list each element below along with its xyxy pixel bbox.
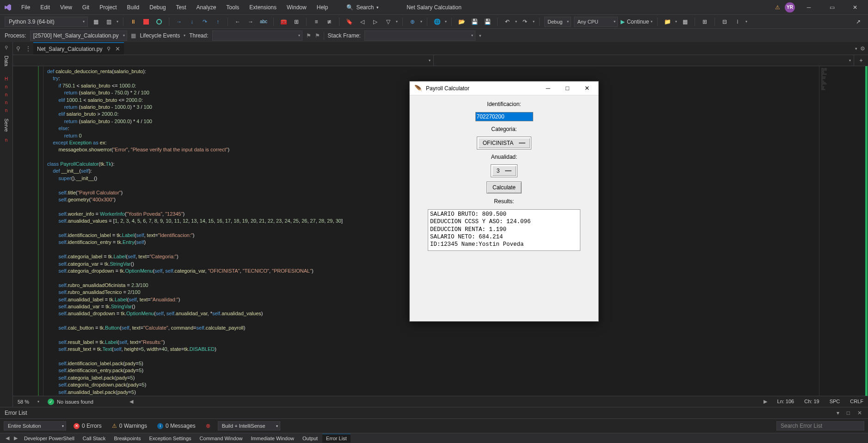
bookmark-next-icon[interactable]: ▷ bbox=[370, 17, 380, 27]
anualidad-dropdown[interactable]: 3 bbox=[491, 165, 517, 177]
line-ending[interactable]: CRLF bbox=[850, 399, 863, 405]
show-next-icon[interactable]: → bbox=[174, 17, 184, 27]
stop-button[interactable] bbox=[141, 17, 151, 27]
indent-mode[interactable]: SPC bbox=[830, 399, 840, 405]
lifecycle-label[interactable]: Lifecycle Events bbox=[140, 32, 180, 39]
warnings-filter[interactable]: ⚠0 Warnings bbox=[109, 422, 150, 430]
maximize-button[interactable]: ▭ bbox=[823, 1, 841, 14]
zoom-level[interactable]: 58 % bbox=[18, 399, 29, 405]
overflow-icon[interactable]: ▾ bbox=[479, 33, 481, 38]
sidebar-tab-server[interactable]: Serve bbox=[3, 116, 10, 135]
filter-icon[interactable]: ⁞ bbox=[733, 17, 743, 27]
sidebar-pin-icon[interactable]: ⚲ bbox=[5, 45, 8, 50]
tab-developer-powershell[interactable]: Developer PowerShell bbox=[20, 434, 78, 443]
sidebar-icon4[interactable]: n bbox=[5, 100, 8, 105]
tab-close-icon[interactable]: ✕ bbox=[115, 45, 120, 52]
platform-combo[interactable]: Any CPU bbox=[574, 17, 618, 27]
sidebar-icon1[interactable]: H bbox=[3, 76, 10, 81]
tab-breakpoints[interactable]: Breakpoints bbox=[110, 434, 144, 443]
sidebar-icon6[interactable]: n bbox=[5, 137, 8, 143]
categoria-dropdown[interactable]: OFICINISTA bbox=[477, 137, 531, 149]
tab-immediate-window[interactable]: Immediate Window bbox=[247, 434, 298, 443]
scope-combo[interactable]: Entire Solution bbox=[4, 421, 66, 431]
minimap[interactable]: ████ ██████ ████████████ ███████████████… bbox=[819, 66, 865, 396]
step-out-icon[interactable]: ↑ bbox=[213, 17, 223, 27]
continue-button[interactable]: ▶ Continue ▾ bbox=[621, 19, 653, 25]
menu-debug[interactable]: Debug bbox=[145, 2, 170, 12]
save-icon[interactable]: 💾 bbox=[469, 17, 480, 27]
menu-edit[interactable]: Edit bbox=[36, 2, 55, 12]
tab-call-stack[interactable]: Call Stack bbox=[79, 434, 110, 443]
stackframe-combo[interactable] bbox=[364, 31, 475, 41]
add-item-icon[interactable]: ⊕ bbox=[407, 17, 418, 27]
menu-view[interactable]: View bbox=[55, 2, 77, 12]
uncomment-icon[interactable]: ≢ bbox=[324, 17, 334, 27]
hscroll-left-icon[interactable]: ◀ bbox=[129, 399, 133, 405]
bottomtab-next-icon[interactable]: ▶ bbox=[12, 435, 19, 441]
minimize-button[interactable]: ─ bbox=[800, 1, 818, 14]
pause-button[interactable]: ⏸ bbox=[128, 17, 138, 27]
align-icon[interactable]: ⊞ bbox=[291, 17, 302, 27]
tab-gear-icon[interactable]: ⚙ bbox=[860, 45, 865, 52]
lifecycle-icon[interactable]: ▦ bbox=[131, 32, 136, 39]
menu-window[interactable]: Window bbox=[282, 2, 311, 12]
errorlist-dropdown-icon[interactable]: ▾ bbox=[835, 410, 841, 416]
editor-tab[interactable]: Net_Salary_Calculation.py ⚲ ✕ bbox=[33, 42, 124, 55]
menu-test[interactable]: Test bbox=[172, 2, 191, 12]
sidebar-tab-data[interactable]: Data bbox=[3, 53, 10, 69]
step-over-icon[interactable]: ↷ bbox=[200, 17, 210, 27]
user-avatar[interactable]: YR bbox=[785, 2, 795, 12]
tab-error-list[interactable]: Error List bbox=[322, 434, 351, 443]
module-icon[interactable]: ▦ bbox=[680, 17, 690, 27]
errorlist-search[interactable]: Search Error List bbox=[776, 421, 864, 431]
open-folder-icon[interactable]: 📂 bbox=[456, 17, 467, 27]
abc-icon[interactable]: abc bbox=[259, 17, 269, 27]
menu-build[interactable]: Build bbox=[123, 2, 144, 12]
menu-help[interactable]: Help bbox=[312, 2, 333, 12]
tab-pin-icon[interactable]: ⚲ bbox=[107, 46, 111, 52]
tab-exception-settings[interactable]: Exception Settings bbox=[145, 434, 195, 443]
errorlist-close-icon[interactable]: ✕ bbox=[856, 410, 863, 416]
close-button[interactable]: ✕ bbox=[846, 1, 864, 14]
sidebar-icon2[interactable]: n bbox=[5, 84, 8, 89]
forward-icon[interactable]: → bbox=[246, 17, 256, 27]
browser-icon[interactable]: 🌐 bbox=[432, 17, 442, 27]
ext-icon[interactable]: ⊞ bbox=[700, 17, 710, 27]
flag2-icon[interactable]: ⚑ bbox=[315, 32, 320, 39]
config-combo[interactable]: Debug bbox=[544, 17, 571, 27]
layout-icon[interactable]: ▥ bbox=[104, 17, 114, 27]
live-share-icon[interactable]: ↗ bbox=[853, 17, 863, 27]
nav-member-combo[interactable] bbox=[434, 55, 855, 66]
menu-project[interactable]: Project bbox=[95, 2, 121, 12]
bookmark-icon[interactable]: 🔖 bbox=[344, 17, 354, 27]
nav-add-icon[interactable]: ＋ bbox=[854, 56, 868, 64]
warning-icon[interactable]: ⚠ bbox=[775, 4, 780, 11]
bookmark-clear-icon[interactable]: ▽ bbox=[383, 17, 393, 27]
restart-button[interactable] bbox=[154, 17, 164, 27]
back-icon[interactable]: ← bbox=[233, 17, 243, 27]
python-env-combo[interactable]: Python 3.9 (64-bit) bbox=[5, 17, 88, 27]
comment-icon[interactable]: ≡ bbox=[311, 17, 321, 27]
dot-tool-icon[interactable]: ⋮ bbox=[23, 42, 33, 55]
calculate-button[interactable]: Calculate bbox=[486, 181, 522, 193]
menu-extensions[interactable]: Extensions bbox=[245, 2, 281, 12]
folder-icon[interactable]: 📁 bbox=[662, 17, 672, 27]
bottomtab-prev-icon[interactable]: ◀ bbox=[4, 435, 11, 441]
menu-file[interactable]: File bbox=[17, 2, 35, 12]
bookmark-prev-icon[interactable]: ◁ bbox=[357, 17, 367, 27]
hscroll-right-icon[interactable]: ▶ bbox=[763, 399, 767, 405]
step-into-icon[interactable]: ↓ bbox=[187, 17, 197, 27]
payroll-close-button[interactable]: ✕ bbox=[580, 85, 594, 92]
payroll-maximize-button[interactable]: □ bbox=[560, 85, 574, 92]
messages-filter[interactable]: i0 Messages bbox=[154, 422, 198, 430]
thread-combo[interactable] bbox=[212, 31, 302, 41]
identificacion-entry[interactable] bbox=[475, 112, 533, 121]
payroll-minimize-button[interactable]: ─ bbox=[541, 85, 555, 92]
process-combo[interactable]: [25700] Net_Salary_Calculation.py bbox=[30, 31, 128, 41]
menu-tools[interactable]: Tools bbox=[222, 2, 244, 12]
settings-icon[interactable]: ⊟ bbox=[720, 17, 730, 27]
build-filter[interactable]: ⊗ bbox=[203, 422, 213, 430]
redo-icon[interactable]: ↷ bbox=[520, 17, 530, 27]
sidebar-icon5[interactable]: n bbox=[5, 108, 8, 113]
menu-analyze[interactable]: Analyze bbox=[192, 2, 221, 12]
